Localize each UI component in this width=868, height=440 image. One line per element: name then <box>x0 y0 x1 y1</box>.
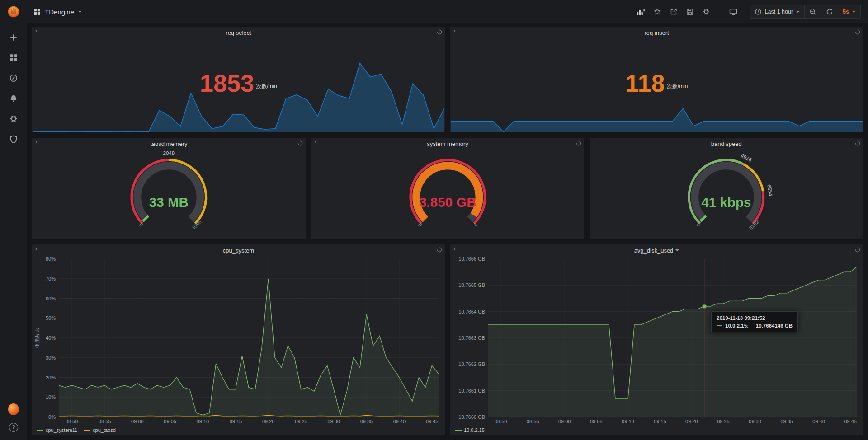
x-tick-label: 09:45 <box>844 419 857 424</box>
y-tick-label: 20% <box>46 375 56 380</box>
save-icon <box>686 8 693 15</box>
x-tick-label: 09:20 <box>262 419 275 424</box>
panel-title[interactable]: system memory <box>311 138 585 150</box>
navbar-actions: Last 1 hour <box>637 5 861 19</box>
star-dashboard-button[interactable] <box>653 7 662 16</box>
save-dashboard-button[interactable] <box>685 7 694 16</box>
legend: 10.0.2.15 <box>452 426 857 434</box>
legend-item[interactable]: cpu_system11 <box>37 427 77 433</box>
x-tick-label: 09:30 <box>327 419 340 424</box>
tooltip-series-row: 10.0.2.15: 10.7664146 GB <box>717 323 793 328</box>
sidebar-create-button[interactable] <box>8 32 19 43</box>
legend-item[interactable]: cpu_taosd <box>84 427 116 433</box>
tv-mode-button[interactable] <box>729 7 738 16</box>
y-tick-label: 10.7664 GB <box>458 309 485 314</box>
sidebar-explore-button[interactable] <box>8 73 19 84</box>
dashboard-row-3: i cpu_system 使用占比 0%10%20%30%40%50%60%70… <box>32 244 863 435</box>
dashboard-settings-button[interactable] <box>702 7 711 16</box>
refresh-button[interactable] <box>821 5 838 19</box>
svg-text:0: 0 <box>696 222 702 228</box>
x-tick-label: 09:10 <box>622 419 634 424</box>
sidebar-dashboards-button[interactable] <box>8 52 19 63</box>
graph-tooltip: 2019-11-13 09:21:52 10.0.2.15: 10.766414… <box>711 311 798 332</box>
x-axis: 08:5008:5509:0009:0509:1009:1509:2009:25… <box>59 417 439 426</box>
panel-title[interactable]: req insert <box>450 27 863 38</box>
svg-text:3.850 GB: 3.850 GB <box>419 195 476 210</box>
dashboard-title-picker[interactable]: TDengine <box>33 8 82 16</box>
y-tick-label: 70% <box>46 276 56 281</box>
panel-title-text: avg_disk_used <box>634 247 674 254</box>
sidebar-configuration-button[interactable] <box>8 113 19 124</box>
x-tick-label: 09:40 <box>812 419 825 424</box>
panel-avg-disk-used: i avg_disk_used 10.7660 GB10.7661 GB10.7… <box>450 244 863 435</box>
panel-title[interactable]: taosd memery <box>32 138 306 150</box>
y-axis-unit-label: 使用占比 <box>34 259 41 417</box>
add-panel-button[interactable] <box>637 7 646 16</box>
svg-text:0: 0 <box>138 222 144 228</box>
refresh-interval-caret-icon <box>852 11 856 13</box>
panel-req-insert: i req insert 118 次数/min <box>450 26 863 133</box>
panel-header: i taosd memery <box>32 138 306 150</box>
panel-title[interactable]: band speed <box>590 138 863 150</box>
plot-area[interactable] <box>59 259 439 417</box>
sparkline <box>33 61 444 132</box>
y-tick-label: 10.7662 GB <box>458 361 485 367</box>
legend-item[interactable]: 10.0.2.15 <box>455 427 485 433</box>
tooltip-series-dash <box>717 325 722 326</box>
x-tick-label: 09:05 <box>164 419 176 424</box>
x-tick-label: 08:55 <box>527 419 539 424</box>
panel-band-speed: i band speed 081924916655441 kbps <box>589 137 863 239</box>
gauge[interactable]: 081924916655441 kbps <box>590 150 863 239</box>
legend: cpu_system11cpu_taosd <box>34 426 439 434</box>
panel-header: i req select <box>32 27 445 38</box>
singlestat-body[interactable]: 118 次数/min <box>450 38 863 132</box>
svg-text:6554: 6554 <box>766 184 774 197</box>
refresh-spinner-icon <box>437 247 442 254</box>
share-dashboard-button[interactable] <box>669 7 678 16</box>
legend-series-name: cpu_taosd <box>93 427 116 433</box>
main-area: TDengine <box>27 0 868 440</box>
panel-title[interactable]: avg_disk_used <box>450 244 863 256</box>
legend-color-dash <box>84 430 90 431</box>
gauge[interactable]: 04096204833 MB <box>32 150 306 239</box>
panel-req-select: i req select 1853 次数/min <box>32 26 445 133</box>
star-icon <box>654 8 661 15</box>
y-tick-label: 10.7665 GB <box>458 282 485 288</box>
time-range-picker[interactable]: Last 1 hour <box>750 5 805 19</box>
add-panel-icon <box>637 8 646 15</box>
user-avatar <box>8 403 19 415</box>
gauge[interactable]: 043.850 GB <box>311 150 585 239</box>
panel-title[interactable]: req select <box>32 27 445 38</box>
grafana-app: ? TDengine <box>0 0 868 440</box>
admin-shield-icon <box>9 135 18 143</box>
panel-title-text: req insert <box>644 29 669 36</box>
x-tick-label: 09:05 <box>590 419 603 424</box>
y-tick-label: 80% <box>46 256 56 262</box>
x-tick-label: 09:40 <box>393 419 406 424</box>
plus-icon <box>9 33 18 42</box>
dashboard-row-2: i taosd memery 04096204833 MB i system m… <box>32 137 863 239</box>
stat-value-group: 118 次数/min <box>450 72 863 95</box>
panel-title-text: taosd memery <box>150 140 187 147</box>
help-button[interactable]: ? <box>8 422 19 433</box>
user-avatar-button[interactable] <box>8 404 19 415</box>
dashboard-navbar: TDengine <box>27 0 868 23</box>
panel-header: i band speed <box>590 138 863 150</box>
panel-title[interactable]: cpu_system <box>32 244 445 256</box>
grafana-logo[interactable] <box>6 4 21 19</box>
dashboard-title: TDengine <box>45 8 74 16</box>
sidebar-admin-button[interactable] <box>8 134 19 145</box>
x-tick-label: 09:25 <box>717 419 730 424</box>
panel-title-text: system memory <box>427 140 468 147</box>
singlestat-body[interactable]: 1853 次数/min <box>32 38 445 132</box>
x-tick-label: 09:15 <box>654 419 666 424</box>
zoom-out-button[interactable] <box>804 5 821 19</box>
sidebar-alerting-button[interactable] <box>8 93 19 104</box>
dashboard-title-caret-icon <box>78 11 82 13</box>
svg-text:4916: 4916 <box>740 152 753 163</box>
y-tick-label: 10% <box>46 394 56 400</box>
alerting-bell-icon <box>9 94 18 103</box>
refresh-interval-picker[interactable]: 5s <box>838 5 861 19</box>
share-icon <box>670 8 677 15</box>
plot-area[interactable]: 2019-11-13 09:21:52 10.0.2.15: 10.766414… <box>488 259 857 417</box>
